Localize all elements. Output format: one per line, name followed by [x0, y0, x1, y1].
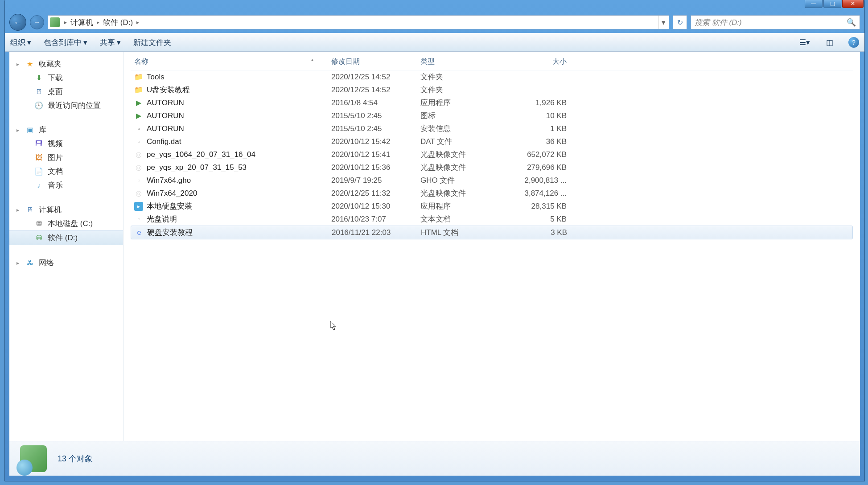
- computer-header[interactable]: 🖥计算机: [9, 203, 123, 217]
- breadcrumb-arrow[interactable]: ▸: [62, 19, 69, 25]
- dropdown-icon: ▾: [83, 38, 87, 47]
- share-menu[interactable]: 共享▾: [100, 37, 121, 48]
- file-row[interactable]: ▫AUTORUN 2015/5/10 2:45 安装信息 1 KB: [131, 122, 853, 135]
- libraries-header[interactable]: ▣库: [9, 123, 123, 137]
- address-bar[interactable]: ▸ 计算机 ▸ 软件 (D:) ▸ ▾: [48, 15, 669, 29]
- sidebar-item-icon: 🕓: [34, 101, 43, 110]
- dropdown-icon: ▾: [27, 38, 31, 47]
- file-name: 硬盘安装教程: [147, 227, 193, 238]
- search-icon[interactable]: 🔍: [847, 18, 856, 27]
- sidebar-item-icon: ⬇: [34, 74, 43, 82]
- file-name: 本地硬盘安装: [147, 201, 192, 211]
- sidebar-item-label: 音乐: [48, 180, 63, 190]
- sidebar-item[interactable]: ⛁软件 (D:): [9, 230, 123, 245]
- file-row[interactable]: 📁U盘安装教程 2020/12/25 14:52 文件夹: [131, 83, 853, 96]
- file-row[interactable]: ◎Win7x64_2020 2020/12/25 11:32 光盘映像文件 3,…: [131, 187, 853, 200]
- minimize-button[interactable]: —: [805, 0, 823, 8]
- file-icon: ◎: [134, 189, 143, 198]
- refresh-button[interactable]: ↻: [673, 15, 687, 29]
- sidebar-item[interactable]: 🖼图片: [9, 151, 123, 164]
- sidebar-item[interactable]: ⬇下载: [9, 71, 123, 85]
- address-dropdown[interactable]: ▾: [658, 16, 669, 29]
- favorites-header[interactable]: ★收藏夹: [9, 57, 123, 71]
- new-folder-button[interactable]: 新建文件夹: [133, 37, 171, 48]
- file-type: 光盘映像文件: [420, 162, 510, 173]
- sidebar-item-label: 文档: [48, 166, 63, 177]
- file-row[interactable]: ▫Config.dat 2020/10/12 15:42 DAT 文件 36 K…: [131, 135, 853, 148]
- file-size: 652,072 KB: [510, 150, 572, 159]
- column-date[interactable]: 修改日期: [331, 57, 420, 66]
- file-row[interactable]: ▶AUTORUN 2015/5/10 2:45 图标 10 KB: [131, 109, 853, 122]
- computer-group: 🖥计算机 ⛃本地磁盘 (C:)⛁软件 (D:): [9, 203, 123, 245]
- sidebar-item-label: 最近访问的位置: [48, 100, 101, 111]
- toolbar: 组织▾ 包含到库中▾ 共享▾ 新建文件夹 ☰ ▾ ◫ ?: [5, 33, 864, 52]
- file-type: 光盘映像文件: [420, 149, 510, 160]
- view-button[interactable]: ☰ ▾: [798, 36, 811, 49]
- file-row[interactable]: ▫Win7x64.gho 2019/9/7 19:25 GHO 文件 2,900…: [131, 174, 853, 187]
- sidebar-item[interactable]: ⛃本地磁盘 (C:): [9, 217, 123, 230]
- file-date: 2015/5/10 2:45: [331, 124, 420, 133]
- file-row[interactable]: 📁Tools 2020/12/25 14:52 文件夹: [131, 70, 853, 83]
- file-name: Tools: [147, 73, 165, 82]
- file-icon: ▫: [134, 137, 143, 146]
- titlebar[interactable]: — ▢ ✕: [5, 0, 864, 12]
- library-icon: ▣: [25, 126, 34, 135]
- breadcrumb-arrow[interactable]: ▸: [135, 19, 141, 25]
- file-date: 2020/12/25 14:52: [331, 73, 420, 82]
- sidebar-item-label: 桌面: [48, 86, 63, 97]
- file-name: AUTORUN: [147, 99, 184, 107]
- sidebar-item-label: 下载: [48, 73, 63, 83]
- file-date: 2020/12/25 11:32: [331, 189, 420, 198]
- file-list-area: 名称 修改日期 类型 大小 📁Tools 2020/12/25 14:52 文件…: [123, 52, 860, 441]
- file-size: 3 KB: [510, 228, 572, 237]
- file-type: 文本文档: [420, 214, 510, 224]
- explorer-window: — ▢ ✕ ← → ▸ 计算机 ▸ 软件 (D:) ▸ ▾ ↻ 搜索 软件 (D…: [4, 0, 865, 481]
- sidebar-item[interactable]: ♪音乐: [9, 178, 123, 192]
- file-date: 2020/10/12 15:42: [331, 137, 420, 146]
- file-icon: e: [135, 228, 144, 237]
- computer-icon: 🖥: [25, 206, 34, 214]
- file-date: 2020/10/12 15:30: [331, 202, 420, 211]
- back-button[interactable]: ←: [9, 14, 26, 31]
- file-icon: ◎: [134, 150, 143, 159]
- file-row[interactable]: ◎pe_yqs_xp_20_07_31_15_53 2020/10/12 15:…: [131, 161, 853, 174]
- search-input[interactable]: 搜索 软件 (D:) 🔍: [691, 15, 860, 29]
- drive-status-icon: [20, 445, 47, 472]
- maximize-button[interactable]: ▢: [823, 0, 841, 8]
- sidebar-item-icon: ⛁: [34, 234, 43, 242]
- file-row[interactable]: e硬盘安装教程 2016/11/21 22:03 HTML 文档 3 KB: [131, 226, 853, 239]
- forward-button[interactable]: →: [30, 15, 44, 29]
- sidebar-item[interactable]: 📄文档: [9, 164, 123, 178]
- breadcrumb-arrow[interactable]: ▸: [95, 19, 101, 25]
- sidebar-item[interactable]: 🖥桌面: [9, 85, 123, 99]
- column-type[interactable]: 类型: [420, 57, 510, 66]
- sidebar-item-label: 视频: [48, 139, 63, 149]
- close-button[interactable]: ✕: [842, 0, 864, 8]
- navigation-pane: ★收藏夹 ⬇下载🖥桌面🕓最近访问的位置 ▣库 🎞视频🖼图片📄文档♪音乐 🖥计算机…: [9, 52, 123, 441]
- column-name[interactable]: 名称: [131, 57, 331, 66]
- file-row[interactable]: ◎pe_yqs_1064_20_07_31_16_04 2020/10/12 1…: [131, 148, 853, 161]
- include-library-menu[interactable]: 包含到库中▾: [44, 37, 87, 48]
- breadcrumb-drive[interactable]: 软件 (D:): [101, 17, 135, 28]
- file-icon: 📁: [134, 73, 143, 82]
- sidebar-item[interactable]: 🕓最近访问的位置: [9, 99, 123, 112]
- sidebar-item-icon: 🖥: [34, 87, 43, 96]
- file-row[interactable]: ▶AUTORUN 2016/1/8 4:54 应用程序 1,926 KB: [131, 96, 853, 109]
- breadcrumb-computer[interactable]: 计算机: [69, 17, 95, 28]
- file-name: 光盘说明: [147, 214, 177, 224]
- file-icon: 📁: [134, 86, 143, 95]
- preview-pane-button[interactable]: ◫: [823, 36, 836, 49]
- file-name: AUTORUN: [147, 124, 184, 133]
- sidebar-item[interactable]: 🎞视频: [9, 137, 123, 151]
- file-row[interactable]: ▸本地硬盘安装 2020/10/12 15:30 应用程序 28,315 KB: [131, 200, 853, 213]
- file-row[interactable]: ▫光盘说明 2016/10/23 7:07 文本文档 5 KB: [131, 213, 853, 226]
- network-header[interactable]: 🖧网络: [9, 256, 123, 270]
- column-headers: 名称 修改日期 类型 大小: [131, 55, 853, 70]
- file-type: 光盘映像文件: [420, 188, 510, 198]
- help-button[interactable]: ?: [848, 37, 859, 48]
- column-size[interactable]: 大小: [510, 57, 572, 66]
- organize-menu[interactable]: 组织▾: [10, 37, 31, 48]
- file-size: 28,315 KB: [510, 202, 572, 211]
- file-type: 文件夹: [420, 72, 510, 82]
- file-type: 应用程序: [420, 201, 510, 211]
